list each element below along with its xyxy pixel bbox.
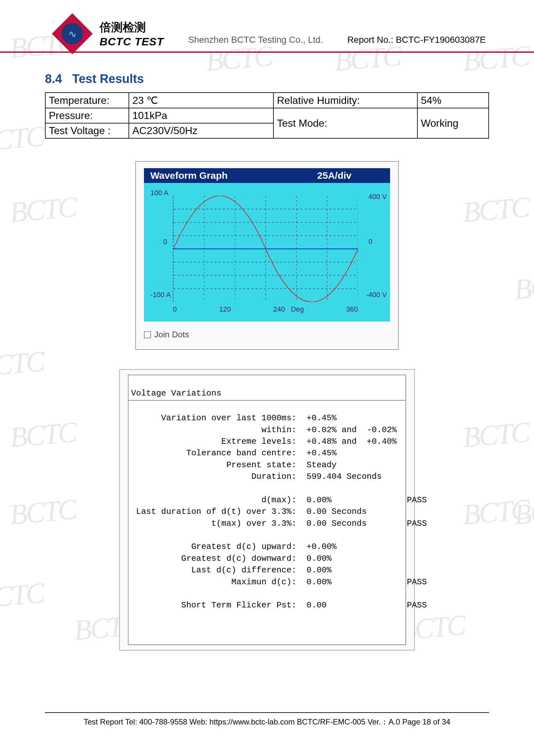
company-name: Shenzhen BCTC Testing Co., Ltd. (164, 35, 347, 48)
testmode-value: Working (418, 108, 489, 138)
join-dots-row: Join Dots (144, 330, 390, 339)
vv-line: Duration: 599.404 Seconds (129, 471, 405, 482)
join-dots-checkbox[interactable] (144, 331, 151, 338)
waveform-svg (173, 196, 358, 302)
vv-line: within: +0.02% and -0.02% (129, 424, 405, 436)
y-right-top: 400 V (369, 193, 387, 201)
vv-line: Greatest d(c) downward: 0.00% (129, 553, 405, 564)
page-footer: Test Report Tel: 400-788-9558 Web: https… (45, 712, 489, 727)
graph-title: Waveform Graph (150, 170, 228, 181)
vv-line: Variation over last 1000ms: +0.45% (129, 412, 405, 424)
waveform-panel: Waveform Graph 25A/div 100 A 0 -100 A 40… (135, 161, 399, 350)
x-unit: Deg (291, 305, 304, 313)
x-tick-120: 120 (219, 305, 231, 313)
temp-label: Temperature: (45, 93, 129, 108)
logo-badge: ∿ (52, 13, 92, 54)
vv-line: Short Term Flicker Pst: 0.00 PASS (129, 599, 405, 611)
join-dots-label: Join Dots (154, 330, 189, 339)
y-left-mid: 0 (163, 238, 167, 246)
plot-area (173, 196, 358, 302)
x-tick-0: 0 (173, 305, 177, 313)
y-left-top: 100 A (150, 189, 168, 197)
x-tick-360: 360 (346, 305, 358, 313)
testmode-label: Test Mode: (273, 108, 418, 138)
humidity-value: 54% (418, 93, 489, 108)
section-heading: 8.4 Test Results (45, 72, 534, 86)
conditions-table: Temperature: 23 ℃ Relative Humidity: 54%… (45, 92, 489, 139)
vv-line (129, 588, 405, 599)
report-number: Report No.: BCTC-FY190603087E (347, 35, 486, 48)
voltage-label: Test Voltage : (45, 123, 129, 138)
vv-line (129, 483, 405, 494)
vv-line: Last duration of d(t) over 3.3%: 0.00 Se… (129, 506, 405, 517)
vv-line: d(max): 0.00% PASS (129, 494, 405, 506)
voltage-variations-text: Voltage Variations Variation over last 1… (128, 375, 406, 645)
section-title-text: Test Results (72, 72, 144, 86)
vv-line: Maximun d(c): 0.00% PASS (129, 576, 405, 588)
voltage-value: AC230V/50Hz (129, 123, 273, 138)
humidity-label: Relative Humidity: (273, 93, 418, 108)
x-tick-240: 240 (273, 305, 285, 313)
vv-line: Last d(c) difference: 0.00% (129, 564, 405, 576)
vv-heading: Voltage Variations (129, 388, 405, 400)
vv-line: t(max) over 3.3%: 0.00 Seconds PASS (129, 518, 405, 529)
y-right-bot: -400 V (366, 291, 387, 299)
logo-text-cn: 倍测检测 (100, 20, 164, 35)
vv-line: Greatest d(c) upward: +0.00% (129, 541, 405, 553)
y-right-mid: 0 (369, 238, 372, 246)
vv-line: Present state: Steady (129, 459, 405, 471)
pressure-label: Pressure: (45, 108, 129, 123)
vv-line (129, 529, 405, 541)
vv-line: Extreme levels: +0.48% and +0.40% (129, 436, 405, 447)
temp-value: 23 ℃ (129, 93, 273, 108)
y-left-bot: -100 A (150, 291, 171, 299)
vv-line: Tolerance band centre: +0.45% (129, 447, 405, 459)
logo-text-en: BCTC TEST (100, 35, 164, 48)
waveform-body: 100 A 0 -100 A 400 V 0 -400 V (144, 183, 390, 322)
logo: ∿ 倍测检测 BCTC TEST (58, 19, 164, 48)
page-header: ∿ 倍测检测 BCTC TEST Shenzhen BCTC Testing C… (0, 0, 534, 53)
voltage-variations-panel: Voltage Variations Variation over last 1… (119, 369, 415, 651)
x-axis: 0 120 240 Deg 360 (173, 305, 358, 313)
pressure-value: 101kPa (129, 108, 273, 123)
waveform-header: Waveform Graph 25A/div (144, 168, 390, 183)
section-number: 8.4 (45, 72, 62, 86)
graph-scale: 25A/div (317, 170, 351, 181)
